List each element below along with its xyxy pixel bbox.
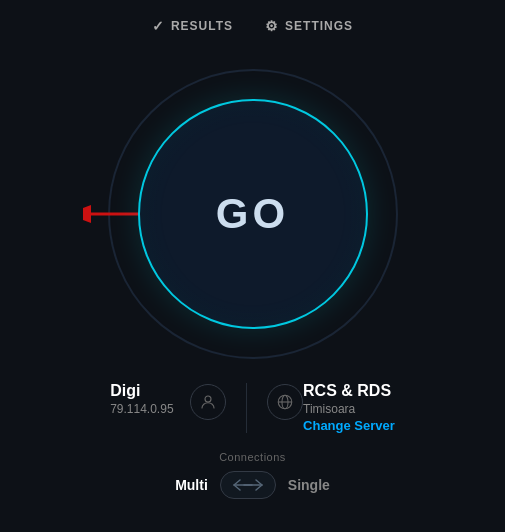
isp-name: Digi	[110, 382, 140, 400]
server-name: RCS & RDS	[303, 382, 391, 400]
connections-toggle: Multi Single	[175, 471, 330, 499]
globe-icon	[276, 393, 294, 411]
info-row: Digi 79.114.0.95 RCS & RDS Timisoara Cha…	[0, 382, 505, 433]
isp-ip: 79.114.0.95	[110, 402, 173, 416]
speedtest-circle-area: GO	[93, 54, 413, 374]
divider	[246, 383, 248, 433]
arrows-icon	[230, 476, 266, 494]
svg-point-2	[205, 396, 211, 402]
toggle-arrows-icon	[224, 476, 272, 494]
connections-area: Connections Multi Single	[0, 451, 505, 499]
user-icon	[199, 393, 217, 411]
results-label[interactable]: RESULTS	[171, 19, 233, 33]
change-server-link[interactable]: Change Server	[303, 418, 395, 433]
results-nav[interactable]: ✓ RESULTS	[152, 18, 233, 34]
isp-info-block: Digi 79.114.0.95	[110, 382, 189, 416]
globe-icon-circle	[267, 384, 303, 420]
settings-label[interactable]: SETTINGS	[285, 19, 353, 33]
single-option[interactable]: Single	[288, 477, 330, 493]
settings-icon: ⚙	[265, 18, 279, 34]
settings-nav[interactable]: ⚙ SETTINGS	[265, 18, 353, 34]
connections-label: Connections	[219, 451, 286, 463]
server-info-block: RCS & RDS Timisoara Change Server	[303, 382, 395, 433]
toggle-switch[interactable]	[220, 471, 276, 499]
server-name-row: RCS & RDS	[303, 382, 391, 400]
multi-option[interactable]: Multi	[175, 477, 208, 493]
server-location: Timisoara	[303, 402, 355, 416]
user-icon-circle	[190, 384, 226, 420]
go-label[interactable]: GO	[216, 190, 289, 238]
go-button[interactable]: GO	[138, 99, 368, 329]
results-icon: ✓	[152, 18, 165, 34]
header: ✓ RESULTS ⚙ SETTINGS	[0, 0, 505, 44]
